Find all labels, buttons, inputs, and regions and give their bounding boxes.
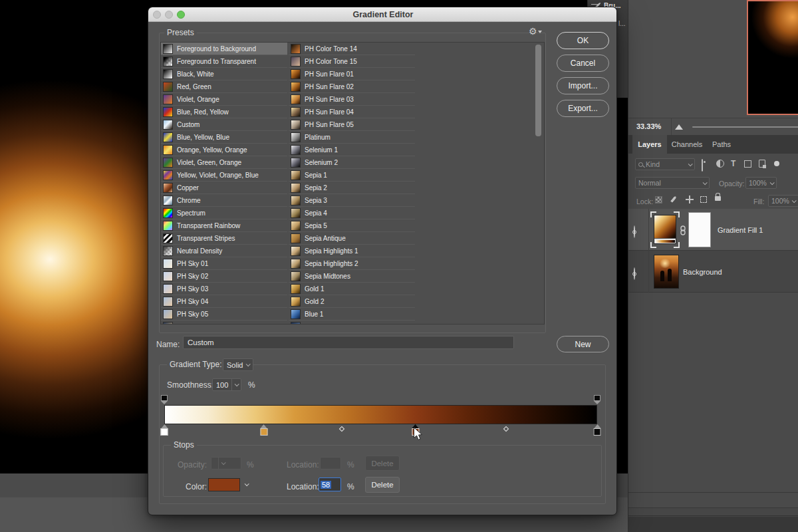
preset-item[interactable]: Selenium 1	[289, 144, 415, 156]
preset-item[interactable]: Foreground to Transparent	[161, 55, 287, 68]
layer-mask-link-icon[interactable]	[680, 225, 686, 235]
color-location-field[interactable]: 58	[319, 477, 341, 491]
layer-opacity-dropdown[interactable]: 100%	[745, 177, 777, 189]
preset-item[interactable]: Chrome	[161, 194, 287, 207]
preset-item[interactable]: Copper	[161, 182, 287, 194]
zoom-out-mountain-icon[interactable]	[675, 124, 683, 130]
preset-item[interactable]: Gold 2	[289, 295, 415, 308]
gradient-color-stop[interactable]	[593, 424, 602, 436]
preset-item[interactable]: Neutral Density	[161, 245, 287, 257]
preset-item[interactable]: Platinum	[289, 131, 415, 144]
zoom-level-value[interactable]: 33.33%	[636, 122, 661, 130]
preset-item[interactable]: Yellow, Violet, Orange, Blue	[161, 169, 287, 182]
preset-list-scrollbar[interactable]	[535, 45, 541, 136]
preset-item[interactable]: PH Sun Flare 01	[289, 68, 415, 80]
preset-item[interactable]: PH Sky 03	[161, 283, 287, 295]
preset-item[interactable]: Sepia 1	[289, 169, 415, 182]
zoom-slider[interactable]	[692, 126, 798, 128]
preset-item[interactable]: Selenium 2	[289, 156, 415, 169]
gradient-type-dropdown[interactable]: Solid	[223, 358, 253, 371]
preset-item[interactable]: PH Color Tone 15	[289, 55, 415, 68]
navigator-thumbnail[interactable]	[747, 0, 798, 115]
smoothness-dropdown[interactable]: 100	[212, 378, 241, 391]
second-panel-tab[interactable]: l...	[618, 20, 626, 27]
preset-item[interactable]: PH Sun Flare 03	[289, 93, 415, 106]
preset-item[interactable]	[289, 321, 415, 325]
preset-item[interactable]: Custom	[161, 118, 287, 131]
preset-item[interactable]: Transparent Stripes	[161, 232, 287, 245]
preset-item[interactable]: Gold 1	[289, 283, 415, 295]
preset-item[interactable]: Sepia Highlights 1	[289, 245, 415, 257]
filter-smart-object-icon[interactable]	[759, 160, 765, 168]
lock-transparency-icon[interactable]	[655, 196, 662, 203]
layer-name[interactable]: Background	[683, 268, 722, 276]
gradient-color-stop[interactable]	[259, 424, 268, 436]
panel-tab[interactable]: Paths	[707, 135, 736, 154]
filter-toggle-icon[interactable]	[774, 161, 779, 166]
preset-item[interactable]: Blue 1	[289, 308, 415, 321]
preset-item[interactable]: Blue, Red, Yellow	[161, 106, 287, 118]
preset-item[interactable]: PH Sky 02	[161, 270, 287, 283]
preset-item[interactable]: PH Sky 05	[161, 308, 287, 321]
ok-button[interactable]: OK	[557, 32, 609, 49]
lock-paint-brush-icon[interactable]	[672, 196, 675, 203]
preset-item[interactable]: Red, Green	[161, 80, 287, 93]
preset-item[interactable]: Blue, Yellow, Blue	[161, 131, 287, 144]
gradient-opacity-stop[interactable]	[593, 395, 601, 404]
preset-item[interactable]: Sepia Midtones	[289, 270, 415, 283]
export-button[interactable]: Export...	[557, 100, 609, 117]
preset-item[interactable]: Sepia 2	[289, 182, 415, 194]
preset-item[interactable]: Sepia 5	[289, 219, 415, 232]
import-button[interactable]: Import...	[557, 77, 609, 94]
preset-item[interactable]: PH Sky 04	[161, 295, 287, 308]
preset-item[interactable]: Violet, Orange	[161, 93, 287, 106]
preset-item[interactable]: PH Sky 01	[161, 257, 287, 270]
lock-move-icon[interactable]	[686, 196, 694, 203]
gradient-opacity-stop[interactable]	[160, 395, 168, 404]
cancel-button[interactable]: Cancel	[557, 55, 609, 72]
preset-item[interactable]: Violet, Green, Orange	[161, 156, 287, 169]
preset-item[interactable]: Sepia 3	[289, 194, 415, 207]
gradient-midpoint-diamond[interactable]	[503, 426, 509, 432]
smoothness-chevron[interactable]	[231, 379, 241, 390]
preset-item[interactable]: PH Sun Flare 02	[289, 80, 415, 93]
layer-row-gradient-fill[interactable]: Gradient Fill 1	[628, 209, 798, 251]
preset-item[interactable]: Sepia 4	[289, 207, 415, 219]
gradient-midpoint-diamond[interactable]	[339, 426, 344, 432]
delete-color-stop-button[interactable]: Delete	[365, 477, 400, 493]
layer-name[interactable]: Gradient Fill 1	[718, 226, 763, 234]
preset-item[interactable]: PH Sun Flare 05	[289, 118, 415, 131]
filter-adjustment-layers-icon[interactable]	[716, 160, 724, 168]
blend-mode-dropdown[interactable]: Normal	[635, 177, 710, 189]
gradient-preview-bar[interactable]	[164, 405, 597, 424]
preset-item[interactable]: Spectrum	[161, 207, 287, 219]
layer-mask-thumbnail[interactable]	[688, 212, 711, 247]
filter-shape-layers-icon[interactable]	[744, 160, 751, 168]
lock-bounds-icon[interactable]	[700, 196, 707, 203]
visibility-eye-icon[interactable]	[634, 267, 635, 280]
preset-item[interactable]: Foreground to Background	[161, 43, 287, 55]
preset-item[interactable]: Sepia Highlights 2	[289, 257, 415, 270]
panel-tab[interactable]: Layers	[632, 135, 667, 154]
layer-row-background[interactable]: Background	[628, 251, 798, 293]
preset-item[interactable]: Orange, Yellow, Orange	[161, 144, 287, 156]
visibility-eye-icon[interactable]	[634, 225, 635, 238]
gradient-color-stop[interactable]	[160, 424, 169, 436]
preset-item[interactable]	[161, 321, 287, 325]
dialog-titlebar[interactable]: Gradient Editor	[148, 7, 617, 22]
preset-item[interactable]: Black, White	[161, 68, 287, 80]
preset-item[interactable]: Sepia Antique	[289, 232, 415, 245]
gradient-fill-thumbnail[interactable]	[654, 215, 676, 244]
preset-item[interactable]: Transparent Rainbow	[161, 219, 287, 232]
gradient-name-input[interactable]: Custom	[183, 336, 514, 349]
new-button[interactable]: New	[557, 336, 609, 352]
layer-filter-kind-dropdown[interactable]: Kind	[635, 158, 695, 170]
preset-item[interactable]: PH Color Tone 14	[289, 43, 415, 55]
background-layer-thumbnail[interactable]	[654, 255, 679, 289]
lock-all-padlock-icon[interactable]	[715, 192, 721, 201]
stop-color-swatch[interactable]	[208, 478, 240, 491]
filter-pixel-layers-icon[interactable]	[702, 160, 703, 172]
panel-tab[interactable]: Channels	[667, 135, 707, 154]
preset-item[interactable]: PH Sun Flare 04	[289, 106, 415, 118]
layer-fill-dropdown[interactable]: 100%	[768, 195, 798, 207]
